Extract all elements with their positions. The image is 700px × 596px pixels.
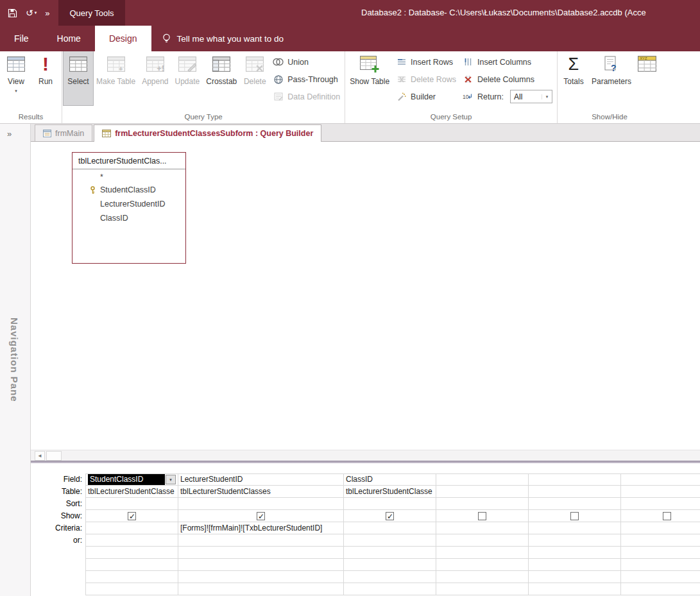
tab-design[interactable]: Design — [95, 26, 151, 51]
totals-button[interactable]: Σ Totals — [559, 51, 588, 105]
empty-cell[interactable] — [178, 547, 344, 559]
show-checkbox-4[interactable] — [478, 512, 486, 520]
empty-cell[interactable] — [436, 559, 529, 571]
show-checkbox-5[interactable] — [570, 512, 579, 520]
show-cell-3[interactable] — [344, 510, 436, 522]
empty-cell[interactable] — [621, 559, 700, 571]
qat-overflow-icon[interactable]: » — [45, 8, 49, 18]
empty-cell[interactable] — [621, 547, 700, 559]
insert-columns-button[interactable]: Insert Columns — [459, 56, 556, 68]
tell-me-box[interactable]: Tell me what you want to do — [162, 26, 284, 51]
table-cell-3[interactable]: tblLecturerStudentClasse — [344, 486, 436, 498]
show-cell-4[interactable] — [436, 510, 529, 522]
return-combobox[interactable]: All ▾ — [510, 90, 552, 103]
or-cell-4[interactable] — [436, 534, 529, 547]
criteria-cell-2[interactable]: [Forms]![frmMain]![TxbLecturerStudentID] — [178, 522, 344, 534]
scroll-thumb[interactable] — [46, 451, 62, 461]
delete-columns-button[interactable]: Delete Columns — [459, 73, 556, 85]
empty-cell[interactable] — [436, 547, 529, 559]
show-cell-2[interactable] — [178, 510, 344, 522]
view-button[interactable]: View ▾ — [1, 51, 31, 105]
show-checkbox-2[interactable] — [257, 512, 265, 520]
field-list-item-classid[interactable]: ClassID — [73, 211, 185, 225]
show-checkbox-1[interactable] — [128, 512, 136, 520]
sort-cell-5[interactable] — [529, 498, 621, 510]
empty-cell[interactable] — [85, 571, 178, 583]
show-checkbox-3[interactable] — [386, 512, 394, 520]
field-cell-4[interactable] — [436, 473, 529, 486]
empty-cell[interactable] — [178, 583, 344, 595]
field-dropdown-icon[interactable]: ▾ — [166, 475, 176, 484]
empty-cell[interactable] — [621, 571, 700, 583]
empty-cell[interactable] — [344, 547, 436, 559]
empty-cell[interactable] — [344, 559, 436, 571]
nav-expand-icon[interactable]: » — [0, 124, 30, 139]
crosstab-button[interactable]: Crosstab — [203, 51, 240, 105]
field-cell-5[interactable] — [529, 473, 621, 486]
sort-cell-3[interactable] — [344, 498, 436, 510]
table-cell-6[interactable] — [621, 486, 700, 498]
table-cell-1[interactable]: tblLecturerStudentClasse — [85, 486, 178, 498]
table-cell-2[interactable]: tblLecturerStudentClasses — [178, 486, 344, 498]
empty-cell[interactable] — [85, 559, 178, 571]
save-icon[interactable] — [8, 8, 17, 18]
select-query-button[interactable]: Select — [64, 51, 93, 105]
sort-cell-2[interactable] — [178, 498, 344, 510]
show-table-button[interactable]: Show Table — [346, 51, 393, 105]
empty-cell[interactable] — [85, 583, 178, 595]
h-scrollbar[interactable]: ◄ — [31, 450, 700, 461]
empty-cell[interactable] — [529, 571, 621, 583]
field-cell-3[interactable]: ClassID — [344, 473, 436, 486]
field-list-item-lecturerstudentid[interactable]: LecturerStudentID — [73, 197, 185, 211]
empty-cell[interactable] — [85, 547, 178, 559]
empty-cell[interactable] — [529, 547, 621, 559]
criteria-cell-3[interactable] — [344, 522, 436, 534]
show-checkbox-6[interactable] — [663, 512, 671, 520]
empty-cell[interactable] — [436, 583, 529, 595]
empty-cell[interactable] — [529, 559, 621, 571]
or-cell-2[interactable] — [178, 534, 344, 547]
or-cell-5[interactable] — [529, 534, 621, 547]
empty-cell[interactable] — [436, 571, 529, 583]
sort-cell-4[interactable] — [436, 498, 529, 510]
criteria-cell-1[interactable] — [85, 522, 178, 534]
selected-field-value[interactable]: StudentClassID — [88, 474, 165, 485]
doc-tab-frmmain[interactable]: frmMain — [35, 124, 92, 141]
undo-icon[interactable]: ↺▾ — [26, 8, 37, 18]
criteria-cell-5[interactable] — [529, 522, 621, 534]
parameters-button[interactable]: ? Parameters — [588, 51, 635, 105]
criteria-cell-4[interactable] — [436, 522, 529, 534]
navigation-pane-strip[interactable]: » Navigation Pane — [0, 124, 31, 596]
field-list-item-star[interactable]: * — [73, 171, 185, 183]
table-cell-5[interactable] — [529, 486, 621, 498]
run-button[interactable]: ! Run — [31, 51, 60, 105]
scroll-left-button[interactable]: ◄ — [35, 451, 45, 461]
field-list-item-studentclassid[interactable]: StudentClassID — [73, 183, 185, 197]
or-cell-3[interactable] — [344, 534, 436, 547]
query-table-title[interactable]: tblLecturerStudentClas... — [73, 153, 185, 169]
builder-button[interactable]: Builder — [393, 90, 459, 103]
field-cell-6[interactable] — [621, 473, 700, 486]
tab-file[interactable]: File — [0, 26, 43, 51]
property-sheet-button[interactable]: XYZ — [635, 51, 660, 105]
criteria-cell-6[interactable] — [621, 522, 700, 534]
or-cell-6[interactable] — [621, 534, 700, 547]
field-cell-1[interactable]: StudentClassID ▾ — [85, 473, 178, 486]
empty-cell[interactable] — [344, 583, 436, 595]
or-cell-1[interactable] — [85, 534, 178, 547]
insert-rows-button[interactable]: Insert Rows — [393, 56, 459, 68]
table-cell-4[interactable] — [436, 486, 529, 498]
union-button[interactable]: Union — [269, 56, 343, 68]
show-cell-1[interactable] — [85, 510, 178, 522]
empty-cell[interactable] — [178, 559, 344, 571]
show-cell-6[interactable] — [621, 510, 700, 522]
query-table-card[interactable]: tblLecturerStudentClas... * StudentClass… — [72, 152, 186, 264]
empty-cell[interactable] — [621, 583, 700, 595]
field-cell-2[interactable]: LecturerStudentID — [178, 473, 344, 486]
pass-through-button[interactable]: Pass-Through — [269, 73, 343, 85]
empty-cell[interactable] — [529, 583, 621, 595]
show-cell-5[interactable] — [529, 510, 621, 522]
empty-cell[interactable] — [178, 571, 344, 583]
sort-cell-6[interactable] — [621, 498, 700, 510]
tab-home[interactable]: Home — [43, 26, 95, 51]
